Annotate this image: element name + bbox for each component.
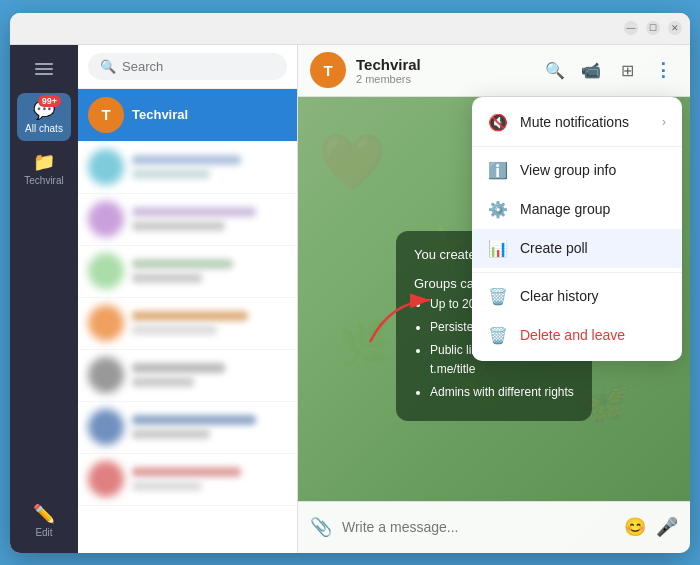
techviral-folder-icon: 📁 [33,151,55,173]
message-input[interactable] [342,519,614,535]
clear-icon: 🗑️ [488,287,508,306]
create-poll-label: Create poll [520,240,666,256]
chat-title-sub: 2 members [356,73,530,85]
blurred-line [132,207,256,217]
blurred-line [132,377,194,387]
sidebar-item-all-chats[interactable]: 💬 99+ All chats [17,93,71,141]
blurred-line [132,155,241,165]
menu-divider-2 [472,272,682,273]
blurred-line [132,311,248,321]
blurred-line [132,481,202,491]
chat-item-content: Techviral [132,107,287,122]
mute-arrow-icon: › [662,115,666,129]
chat-list-panel: 🔍 T Techviral [78,45,298,553]
chat-name: Techviral [132,107,287,122]
blurred-avatar-6 [88,409,124,445]
chat-title: Techviral 2 members [356,56,530,85]
blurred-line [132,259,233,269]
close-button[interactable]: ✕ [668,21,682,35]
blurred-lines-2 [132,207,287,231]
voice-button[interactable]: 🎤 [656,516,678,538]
chat-list: T Techviral [78,89,297,553]
poll-icon: 📊 [488,239,508,258]
search-wrapper[interactable]: 🔍 [88,53,287,80]
blurred-line [132,467,241,477]
titlebar: — ☐ ✕ [10,13,690,45]
svg-text:❤️: ❤️ [318,130,387,195]
blurred-chat-3 [78,246,297,298]
columns-button[interactable]: ⊞ [612,55,642,85]
maximize-button[interactable]: ☐ [646,21,660,35]
techviral-label: Techviral [24,175,63,187]
clear-history-label: Clear history [520,288,666,304]
main-content: 💬 99+ All chats 📁 Techviral ✏️ Edit 🔍 [10,45,690,553]
blurred-lines-4 [132,311,287,335]
menu-item-manage-group[interactable]: ⚙️ Manage group [472,190,682,229]
blurred-avatar-3 [88,253,124,289]
blurred-line [132,415,256,425]
blurred-chat-2 [78,194,297,246]
blurred-avatar-5 [88,357,124,393]
all-chats-label: All chats [25,123,63,135]
blurred-lines-1 [132,155,287,179]
blurred-line [132,429,210,439]
emoji-button[interactable]: 😊 [624,516,646,538]
sidebar-menu-button[interactable] [17,53,71,85]
blurred-line [132,221,225,231]
context-menu: 🔇 Mute notifications › ℹ️ View group inf… [472,97,682,361]
info-icon: ℹ️ [488,161,508,180]
menu-item-clear-history[interactable]: 🗑️ Clear history [472,277,682,316]
chat-title-name: Techviral [356,56,530,73]
blurred-avatar-7 [88,461,124,497]
sidebar-item-techviral[interactable]: 📁 Techviral [17,145,71,193]
blurred-avatar-2 [88,201,124,237]
sidebar-item-edit[interactable]: ✏️ Edit [17,497,71,545]
menu-item-mute[interactable]: 🔇 Mute notifications › [472,103,682,142]
menu-divider-1 [472,146,682,147]
blurred-lines-3 [132,259,287,283]
menu-item-view-group[interactable]: ℹ️ View group info [472,151,682,190]
blurred-avatar-1 [88,149,124,185]
chat-item-techviral[interactable]: T Techviral [78,89,297,142]
attach-button[interactable]: 📎 [310,516,332,538]
blurred-chat-4 [78,298,297,350]
hamburger-icon [31,59,57,79]
blurred-lines-5 [132,363,287,387]
header-actions: 🔍 📹 ⊞ ⋮ [540,55,678,85]
all-chats-badge: 99+ [38,95,61,107]
video-call-button[interactable]: 📹 [576,55,606,85]
delete-icon: 🗑️ [488,326,508,345]
blurred-line [132,273,202,283]
delete-leave-label: Delete and leave [520,327,666,343]
feature-4: Admins with different rights [430,383,574,402]
blurred-avatar-4 [88,305,124,341]
manage-icon: ⚙️ [488,200,508,219]
chat-area: T Techviral 2 members 🔍 📹 ⊞ ⋮ 🔇 Mute [298,45,690,553]
menu-item-create-poll[interactable]: 📊 Create poll [472,229,682,268]
search-bar: 🔍 [78,45,297,89]
avatar: T [88,97,124,133]
all-chats-icon-wrapper: 💬 99+ [33,99,55,121]
message-input-bar: 📎 😊 🎤 [298,501,690,553]
main-window: — ☐ ✕ 💬 99+ All chats 📁 Te [10,13,690,553]
blurred-chat-7 [78,454,297,506]
blurred-line [132,169,210,179]
chat-header: T Techviral 2 members 🔍 📹 ⊞ ⋮ 🔇 Mute [298,45,690,97]
minimize-button[interactable]: — [624,21,638,35]
sidebar-icons: 💬 99+ All chats 📁 Techviral ✏️ Edit [10,45,78,553]
blurred-chat-5 [78,350,297,402]
mute-label: Mute notifications [520,114,650,130]
edit-icon: ✏️ [33,503,55,525]
svg-text:🌿: 🌿 [337,317,391,368]
search-header-button[interactable]: 🔍 [540,55,570,85]
chat-avatar: T [310,52,346,88]
blurred-lines-7 [132,467,287,491]
blurred-chat-6 [78,402,297,454]
manage-group-label: Manage group [520,201,666,217]
blurred-lines-6 [132,415,287,439]
more-options-button[interactable]: ⋮ [648,55,678,85]
menu-item-delete-leave[interactable]: 🗑️ Delete and leave [472,316,682,355]
search-input[interactable] [122,59,275,74]
blurred-line [132,363,225,373]
edit-label: Edit [35,527,52,539]
